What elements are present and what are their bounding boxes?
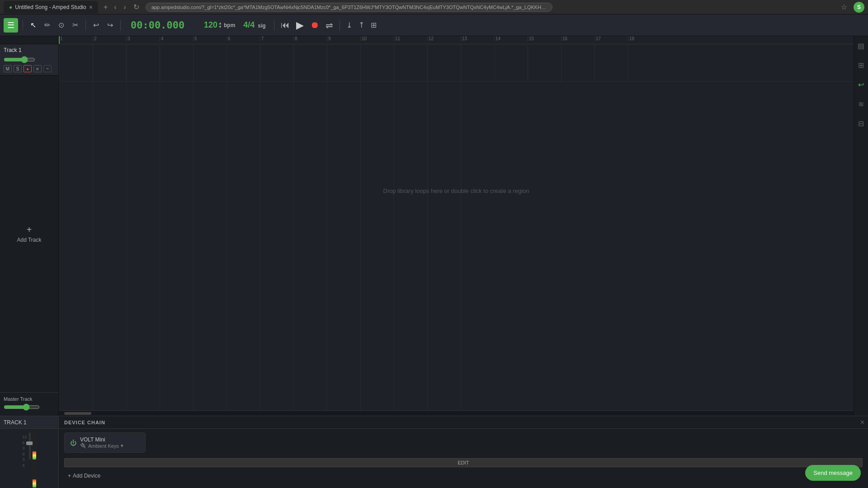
device-power-icon[interactable]: ⏻: [70, 439, 76, 446]
track-1-mute-btn[interactable]: M: [4, 65, 12, 72]
bpm-label: bpm: [224, 22, 235, 28]
redo-btn[interactable]: ↪: [104, 19, 116, 31]
track-1-eq-btn[interactable]: ≡: [33, 65, 42, 72]
browser-tab-active[interactable]: ● Untitled Song - Amped Studio ×: [4, 1, 98, 14]
timeline-ruler: 1 2 3 4 5 6 7 8 9 10 11 12 13 14 15 16 1: [59, 36, 854, 44]
ruler-markers: 1 2 3 4 5 6 7 8 9 10 11 12 13 14 15 16 1: [59, 36, 854, 44]
bpm-arrows[interactable]: ▲ ▼: [218, 22, 222, 29]
track-1-arm-btn[interactable]: ●: [24, 65, 32, 72]
bottom-mixer-strip: 12 6 3 0 3 6: [0, 429, 59, 488]
export-btn[interactable]: ⤓: [344, 19, 354, 31]
time-sig-suffix: sig: [258, 23, 265, 29]
track-volume-row: [4, 56, 55, 63]
settings-btn[interactable]: ⊞: [369, 19, 378, 31]
ruler-mark-5: 5: [193, 36, 197, 41]
add-device-icon: +: [68, 473, 71, 479]
tab-close-btn[interactable]: ×: [89, 4, 93, 11]
nav-forward[interactable]: ›: [121, 2, 129, 12]
vu-fill-right: [33, 479, 36, 488]
track-lane-1[interactable]: [59, 44, 854, 82]
nav-reload[interactable]: ↻: [131, 2, 142, 12]
bpm-down[interactable]: ▼: [218, 25, 222, 29]
ruler-mark-3: 3: [126, 36, 130, 41]
right-panel-btn-2[interactable]: ⊞: [856, 59, 866, 71]
track-1-solo-btn[interactable]: S: [14, 65, 22, 72]
time-sig-value: 4/4: [243, 20, 255, 29]
device-edit-area: EDIT: [64, 458, 863, 467]
track-item-1: Track 1 M S ● ≡ ~: [0, 44, 58, 75]
empty-grid: [327, 82, 327, 410]
main-content: Track 1 M S ● ≡ ~ + Add Track Maste: [0, 36, 868, 416]
ruler-mark-2: 2: [93, 36, 97, 41]
record-btn[interactable]: ⏺: [308, 18, 321, 32]
pencil-tool-btn[interactable]: ✏: [42, 19, 53, 31]
track-1-volume-slider[interactable]: [4, 56, 35, 63]
bookmark-btn[interactable]: ☆: [838, 2, 850, 12]
empty-arrange-space[interactable]: [59, 82, 854, 410]
ruler-mark-6: 6: [226, 36, 231, 41]
device-name: VOLT Mini: [80, 436, 140, 443]
time-sig-display: 4/4 sig: [243, 20, 265, 30]
profile-icon[interactable]: S: [854, 2, 864, 13]
grid-line: [293, 44, 294, 81]
browser-chrome: ● Untitled Song - Amped Studio × + ‹ › ↻…: [0, 0, 868, 14]
edit-device-btn[interactable]: EDIT: [64, 458, 863, 467]
channel-strip: 12 6 3 0 3 6: [4, 432, 55, 488]
address-bar[interactable]: app.ampedstudio.com/?_gl=1*zkt20c*_ga*MT…: [146, 3, 552, 12]
divider-1: [23, 20, 23, 31]
grid-line: [528, 44, 528, 81]
track-1-auto-btn[interactable]: ~: [43, 65, 52, 72]
grid-line: [327, 44, 327, 81]
tab-favicon: ●: [9, 4, 12, 10]
grid-line: [628, 44, 628, 81]
bottom-panel-header: TRACK 1 DEVICE CHAIN ×: [0, 416, 868, 429]
play-btn[interactable]: ▶: [294, 18, 306, 33]
undo-btn[interactable]: ↩: [90, 19, 102, 31]
master-volume-slider[interactable]: [4, 404, 40, 411]
right-panel-btn-4[interactable]: ≋: [856, 98, 866, 110]
device-info: VOLT Mini 🔌 Ambient Keys ▾: [80, 436, 140, 449]
time-display: 00:00.000: [131, 19, 194, 31]
nav-back[interactable]: ‹: [111, 2, 119, 12]
ruler-mark-17: 17: [594, 36, 601, 41]
bottom-panel: TRACK 1 DEVICE CHAIN × 12 6 3 0: [0, 416, 868, 488]
bpm-value: 120: [204, 20, 217, 30]
master-track-name: Master Track: [4, 396, 55, 402]
ruler-mark-4: 4: [160, 36, 164, 41]
right-panel-btn-1[interactable]: ▤: [856, 40, 866, 52]
ruler-mark-18: 18: [628, 36, 634, 41]
bottom-content: 12 6 3 0 3 6: [0, 429, 868, 488]
device-plugin-row: 🔌 Ambient Keys ▾: [80, 443, 140, 449]
clock-tool-btn[interactable]: ⊙: [56, 19, 67, 31]
new-tab-btn[interactable]: +: [104, 3, 108, 11]
track-lanes[interactable]: Drop library loops here or double click …: [59, 44, 854, 410]
bottom-panel-close-btn[interactable]: ×: [857, 417, 868, 428]
share-btn[interactable]: ⤒: [357, 19, 366, 31]
toolbar: ☰ ↖ ✏ ⊙ ✂ ↩ ↪ 00:00.000 120 ▲ ▼ bpm 4/4 …: [0, 14, 868, 36]
cut-tool-btn[interactable]: ✂: [70, 19, 81, 31]
mixer-inner: 12 6 3 0 3 6: [4, 432, 55, 488]
skip-back-btn[interactable]: ⏮: [279, 18, 292, 32]
add-track-btn[interactable]: + Add Track: [0, 75, 58, 392]
loop-btn[interactable]: ⇌: [324, 18, 335, 33]
ruler-mark-11: 11: [394, 36, 400, 41]
empty-grid: [394, 82, 394, 410]
right-panel-btn-5[interactable]: ⊟: [856, 117, 866, 130]
plugin-dropdown-arrow[interactable]: ▾: [121, 443, 123, 449]
track-1-name: Track 1: [4, 47, 55, 53]
right-panel-btn-3[interactable]: ↩: [856, 79, 866, 91]
empty-grid: [360, 82, 361, 410]
ruler-mark-14: 14: [494, 36, 500, 41]
ruler-mark-9: 9: [327, 36, 331, 41]
grid-line: [126, 44, 127, 81]
grid-line: [226, 44, 227, 81]
empty-grid: [427, 82, 428, 410]
send-message-btn[interactable]: Send message: [805, 465, 861, 481]
select-tool-btn[interactable]: ↖: [28, 19, 39, 31]
empty-grid: [461, 82, 461, 410]
tracks-sidebar: Track 1 M S ● ≡ ~ + Add Track Maste: [0, 36, 59, 416]
add-device-btn[interactable]: + Add Device: [64, 471, 863, 481]
h-scrollbar-thumb[interactable]: [64, 412, 91, 415]
menu-button[interactable]: ☰: [4, 18, 18, 33]
divider-5: [340, 20, 340, 31]
